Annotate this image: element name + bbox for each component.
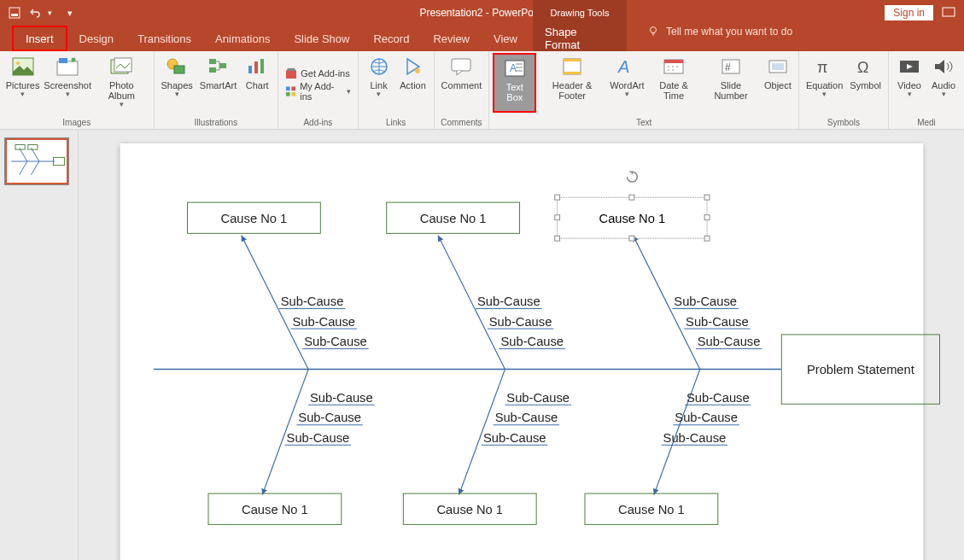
title-bar: ▾ ▾ Presentation2 - PowerPoint Drawing T… — [0, 0, 964, 26]
tab-shape-format[interactable]: Shape Format — [533, 26, 627, 51]
svg-rect-17 — [254, 61, 258, 73]
object-icon — [766, 55, 790, 79]
store-icon — [285, 67, 297, 79]
selected-text-box[interactable]: Cause No 1 — [557, 197, 707, 239]
rotate-handle-icon[interactable] — [625, 170, 639, 184]
subcause[interactable]: Sub-Cause — [308, 390, 374, 405]
object-button[interactable]: Object — [761, 53, 795, 113]
wordart-button[interactable]: AWordArt▾ — [608, 53, 646, 113]
comment-button[interactable]: Comment — [438, 53, 486, 113]
svg-rect-10 — [114, 58, 131, 72]
subcause[interactable]: Sub-Cause — [284, 430, 350, 446]
action-button[interactable]: Action — [396, 53, 430, 113]
subcause[interactable]: Sub-Cause — [684, 314, 750, 330]
video-button[interactable]: Video▾ — [892, 53, 926, 113]
svg-point-8 — [72, 58, 76, 62]
smartart-icon — [207, 55, 231, 79]
get-addins-button[interactable]: Get Add-ins — [285, 67, 350, 79]
svg-rect-0 — [9, 8, 20, 18]
tell-me-search[interactable]: Tell me what you want to do — [647, 26, 792, 38]
subcause[interactable]: Sub-Cause — [499, 334, 564, 349]
cause-box-top-1[interactable]: Cause No 1 — [186, 202, 320, 234]
cause-box-bottom-2[interactable]: Cause No 1 — [402, 493, 536, 525]
qat-customize[interactable]: ▾ — [62, 5, 78, 20]
screenshot-icon — [56, 55, 79, 79]
action-icon — [401, 55, 425, 79]
tab-design[interactable]: Design — [67, 26, 126, 51]
problem-statement-box[interactable]: Problem Statement — [780, 334, 939, 404]
subcause[interactable]: Sub-Cause — [296, 411, 362, 426]
svg-rect-19 — [286, 71, 296, 79]
tab-slideshow[interactable]: Slide Show — [282, 26, 361, 51]
ribbon: Pictures▾ Screenshot▾ Photo Album▾ Image… — [0, 51, 964, 130]
group-comments-label: Comments — [438, 118, 486, 129]
subcause[interactable]: Sub-Cause — [278, 294, 344, 309]
header-footer-button[interactable]: Header & Footer — [536, 53, 607, 113]
symbol-icon: Ω — [854, 55, 878, 79]
shapes-button[interactable]: Shapes▾ — [158, 53, 196, 113]
tab-record[interactable]: Record — [361, 26, 421, 51]
ribbon-tabs: Insert Design Transitions Animations Sli… — [0, 26, 964, 51]
svg-rect-18 — [260, 59, 264, 73]
svg-rect-20 — [286, 86, 290, 90]
lightbulb-icon — [647, 26, 659, 38]
tab-review[interactable]: Review — [421, 26, 482, 51]
svg-rect-12 — [174, 66, 184, 73]
chart-button[interactable]: Chart — [240, 53, 274, 113]
svg-line-44 — [32, 148, 39, 161]
svg-line-43 — [20, 148, 27, 161]
photo-album-button[interactable]: Photo Album▾ — [93, 53, 149, 113]
subcause[interactable]: Sub-Cause — [673, 411, 739, 426]
subcause[interactable]: Sub-Cause — [661, 430, 727, 446]
wordart-icon: A — [615, 55, 639, 79]
subcause[interactable]: Sub-Cause — [476, 294, 541, 309]
slide-canvas[interactable]: Cause No 1 Cause No 1 Cause No 1 Sub-Cau… — [79, 130, 964, 560]
symbol-button[interactable]: ΩSymbol — [846, 53, 885, 113]
tab-insert[interactable]: Insert — [12, 26, 67, 51]
subcause[interactable]: Sub-Cause — [302, 334, 368, 349]
pictures-button[interactable]: Pictures▾ — [3, 53, 42, 113]
subcause[interactable]: Sub-Cause — [290, 314, 356, 330]
svg-rect-26 — [452, 59, 470, 71]
text-box-button[interactable]: AText Box — [493, 53, 536, 113]
slide-thumbnail-1[interactable] — [5, 138, 68, 184]
svg-rect-38 — [772, 63, 784, 70]
group-images-label: Images — [3, 118, 150, 129]
equation-button[interactable]: πEquation▾ — [803, 53, 846, 113]
contextual-tab-label: Drawing Tools — [533, 0, 627, 26]
subcause[interactable]: Sub-Cause — [685, 390, 751, 405]
sign-in-button[interactable]: Sign in — [885, 5, 933, 20]
my-addins-button[interactable]: My Add-ins ▾ — [285, 81, 350, 102]
date-time-button[interactable]: Date & Time — [646, 53, 701, 113]
subcause[interactable]: Sub-Cause — [505, 390, 570, 405]
svg-rect-7 — [59, 58, 67, 63]
qat-more-icon[interactable]: ▾ — [48, 9, 52, 17]
slide-thumbnail-panel[interactable] — [0, 130, 79, 560]
cause-box-bottom-3[interactable]: Cause No 1 — [584, 493, 718, 525]
shapes-icon — [165, 55, 189, 79]
cause-box-top-2[interactable]: Cause No 1 — [386, 202, 520, 234]
group-links-label: Links — [362, 118, 430, 129]
subcause[interactable]: Sub-Cause — [672, 294, 738, 309]
audio-button[interactable]: Audio▾ — [926, 53, 961, 113]
svg-rect-22 — [286, 92, 290, 96]
ribbon-display-options-icon[interactable] — [942, 7, 957, 19]
document-title: Presentation2 - PowerPoint — [419, 7, 544, 19]
cause-box-bottom-1[interactable]: Cause No 1 — [207, 493, 342, 525]
tab-view[interactable]: View — [482, 26, 529, 51]
tab-transitions[interactable]: Transitions — [126, 26, 203, 51]
group-addins-label: Add-ins — [282, 118, 353, 129]
screenshot-button[interactable]: Screenshot▾ — [42, 53, 93, 113]
svg-point-3 — [651, 27, 657, 33]
tab-animations[interactable]: Animations — [203, 26, 282, 51]
svg-rect-13 — [209, 59, 216, 64]
subcause[interactable]: Sub-Cause — [695, 334, 761, 349]
subcause[interactable]: Sub-Cause — [481, 430, 546, 446]
link-button[interactable]: Link▾ — [362, 53, 396, 113]
subcause[interactable]: Sub-Cause — [487, 314, 552, 330]
smartart-button[interactable]: SmartArt — [196, 53, 240, 113]
autosave-icon[interactable] — [7, 5, 22, 20]
undo-icon[interactable] — [27, 5, 43, 20]
subcause[interactable]: Sub-Cause — [493, 411, 558, 426]
slide-number-button[interactable]: #Slide Number — [701, 53, 761, 113]
